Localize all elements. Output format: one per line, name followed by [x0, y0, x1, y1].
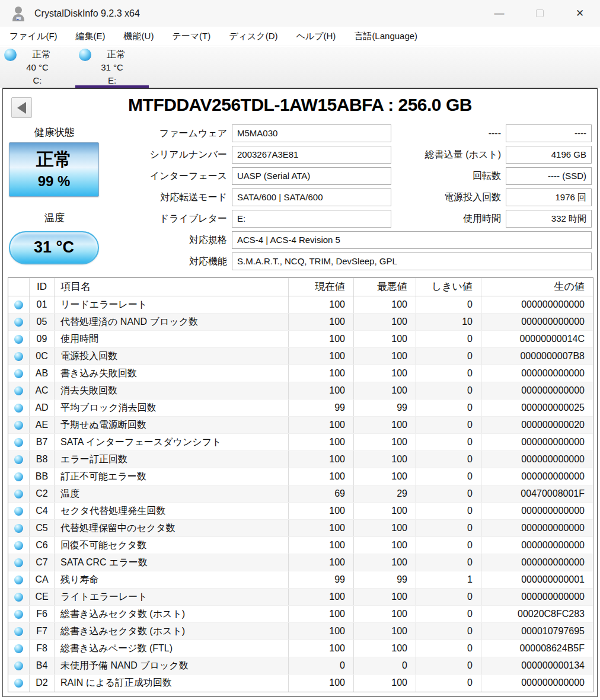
smart-table-row[interactable]: AE予期せぬ電源断回数1001000000000000020: [8, 417, 593, 434]
smart-table-row[interactable]: C7SATA CRC エラー数1001000000000000000: [8, 554, 593, 571]
smart-current-cell: 99: [289, 571, 354, 588]
smart-table-row[interactable]: D2RAIN による訂正成功回数1001000000000000000: [8, 675, 593, 692]
smart-id-cell: F6: [30, 606, 55, 622]
close-button[interactable]: ✕: [560, 0, 600, 27]
smart-table-row[interactable]: C5代替処理保留中のセクタ数1001000000000000000: [8, 520, 593, 537]
smart-table-row[interactable]: B7SATA インターフェースダウンシフト1001000000000000000: [8, 434, 593, 451]
spec-field-value[interactable]: M5MA030: [232, 124, 391, 142]
spec-field-label: 対応機能: [110, 255, 232, 268]
smart-attribute-name-cell: 未使用予備 NAND ブロック数: [55, 657, 289, 674]
spec-field-row: インターフェースUASP (Serial ATA): [110, 167, 391, 185]
smart-raw-value-cell: 000000000000: [481, 365, 593, 382]
smart-table-row[interactable]: 05代替処理済の NAND ブロック数10010010000000000000: [8, 314, 593, 331]
spec-field-value[interactable]: ACS-4 | ACS-4 Revision 5: [232, 231, 592, 249]
smart-worst-cell: 100: [354, 640, 416, 657]
threshold-column-header: しきい値: [416, 278, 481, 296]
spec-field-value[interactable]: SATA/600 | SATA/600: [232, 188, 391, 206]
spec-field-row: 使用時間332 時間: [394, 210, 592, 228]
smart-current-cell: 100: [289, 537, 354, 554]
smart-worst-cell: 99: [354, 571, 416, 588]
smart-attribute-name-cell: 予期せぬ電源断回数: [55, 417, 289, 433]
smart-table-row[interactable]: C6回復不可能セクタ数1001000000000000000: [8, 537, 593, 554]
smart-worst-cell: 100: [354, 451, 416, 468]
smart-status-cell: [8, 434, 30, 450]
health-orb-icon: [14, 421, 23, 430]
spec-field-row: シリアルナンバー2003267A3E81: [110, 146, 391, 164]
spec-field-value[interactable]: ----: [506, 124, 592, 142]
smart-current-cell: 100: [289, 296, 354, 313]
smart-table-row[interactable]: C2温度6929000470008001F: [8, 485, 593, 503]
spec-field-value[interactable]: ---- (SSD): [506, 167, 592, 185]
smart-raw-value-cell: 000000000000: [481, 314, 593, 330]
smart-table-row[interactable]: CA残り寿命99991000000000001: [8, 571, 593, 589]
smart-table-row[interactable]: 0C電源投入回数10010000000000007B8: [8, 348, 593, 365]
spec-fields-wide: 対応規格ACS-4 | ACS-4 Revision 5対応機能S.M.A.R.…: [110, 231, 592, 274]
smart-table-row[interactable]: AD平均ブロック消去回数99990000000000025: [8, 399, 593, 417]
smart-table-row[interactable]: AC消去失敗回数1001000000000000000: [8, 382, 593, 399]
smart-table-row[interactable]: CEライトエラーレート1001000000000000000: [8, 589, 593, 606]
worst-column-header: 最悪値: [354, 278, 416, 296]
smart-worst-cell: 0: [354, 657, 416, 674]
smart-attribute-name-cell: 総書き込みセクタ数 (ホスト): [55, 606, 289, 622]
smart-table-row[interactable]: C4セクタ代替処理発生回数1001000000000000000: [8, 503, 593, 520]
spec-field-value[interactable]: UASP (Serial ATA): [232, 167, 391, 185]
smart-table-row[interactable]: 01リードエラーレート1001000000000000000: [8, 296, 593, 314]
back-button[interactable]: [11, 97, 32, 118]
menu-item[interactable]: 言語(Language): [353, 30, 419, 43]
drive-tab-E[interactable]: 正常31 °CE:: [75, 47, 149, 88]
menu-item[interactable]: テーマ(T): [171, 30, 212, 43]
smart-worst-cell: 99: [354, 399, 416, 416]
back-arrow-icon: [17, 102, 26, 114]
temperature-badge[interactable]: 31 °C: [9, 231, 99, 264]
smart-attribute-name-cell: 総書き込みセクタ数 (ホスト): [55, 623, 289, 640]
health-status-badge[interactable]: 正常 99 %: [9, 142, 99, 197]
smart-current-cell: 0: [289, 657, 354, 674]
id-column-header: ID: [30, 278, 55, 296]
menu-item[interactable]: 機能(U): [123, 30, 155, 43]
health-orb-icon: [14, 369, 23, 378]
smart-raw-value-cell: 000008624B5F: [481, 640, 593, 657]
health-orb-icon: [14, 318, 23, 327]
spec-field-value[interactable]: 332 時間: [506, 210, 592, 228]
smart-table-row[interactable]: F8総書き込みページ数 (FTL)1001000000008624B5F: [8, 640, 593, 657]
smart-worst-cell: 100: [354, 331, 416, 347]
menu-item[interactable]: 編集(E): [75, 30, 107, 43]
drive-tab-letter: C:: [0, 74, 75, 87]
smart-table-row[interactable]: F7総書き込みセクタ数 (ホスト)1001000000010797695: [8, 623, 593, 640]
health-orb-icon: [79, 49, 91, 61]
smart-table-row[interactable]: B4未使用予備 NAND ブロック数000000000000134: [8, 657, 593, 675]
smart-table-row[interactable]: BB訂正不可能エラー数1001000000000000000: [8, 468, 593, 485]
smart-id-cell: AE: [30, 417, 55, 433]
drive-tab-C[interactable]: 正常40 °CC:: [0, 47, 75, 88]
menu-item[interactable]: ヘルプ(H): [295, 30, 337, 43]
maximize-button[interactable]: [519, 0, 560, 27]
smart-table-row[interactable]: AB書き込み失敗回数1001000000000000000: [8, 365, 593, 382]
spec-field-value[interactable]: 1976 回: [506, 188, 592, 206]
spec-field-label: 対応転送モード: [110, 191, 232, 204]
spec-field-value[interactable]: E:: [232, 210, 391, 228]
temperature-label: 温度: [8, 211, 101, 225]
spec-field-value[interactable]: S.M.A.R.T., NCQ, TRIM, DevSleep, GPL: [232, 252, 592, 270]
smart-attribute-name-cell: 総書き込みページ数 (FTL): [55, 640, 289, 657]
minimize-button[interactable]: —: [479, 0, 519, 27]
menu-item[interactable]: ディスク(D): [228, 30, 279, 43]
smart-id-cell: 09: [30, 331, 55, 347]
smart-table-row[interactable]: B8エラー訂正回数1001000000000000000: [8, 451, 593, 468]
spec-field-row: ドライブレターE:: [110, 210, 391, 228]
smart-attribute-name-cell: リードエラーレート: [55, 296, 289, 313]
smart-raw-value-cell: 000000000000: [481, 554, 593, 571]
smart-threshold-cell: 0: [416, 623, 481, 640]
health-orb-icon: [14, 627, 23, 636]
spec-field-value[interactable]: 4196 GB: [506, 146, 592, 164]
spec-field-value[interactable]: 2003267A3E81: [232, 146, 391, 164]
menu-item[interactable]: ファイル(F): [8, 30, 59, 43]
smart-attribute-name-cell: 訂正不可能エラー数: [55, 468, 289, 485]
smart-threshold-cell: 0: [416, 485, 481, 502]
smart-table-row[interactable]: F6総書き込みセクタ数 (ホスト)100100000020C8FC283: [8, 606, 593, 623]
smart-status-cell: [8, 675, 30, 692]
smart-id-cell: 01: [30, 296, 55, 313]
spec-field-label: ----: [394, 128, 506, 139]
app-icon: [9, 5, 27, 23]
smart-threshold-cell: 0: [416, 331, 481, 347]
smart-table-row[interactable]: 09使用時間100100000000000014C: [8, 331, 593, 348]
